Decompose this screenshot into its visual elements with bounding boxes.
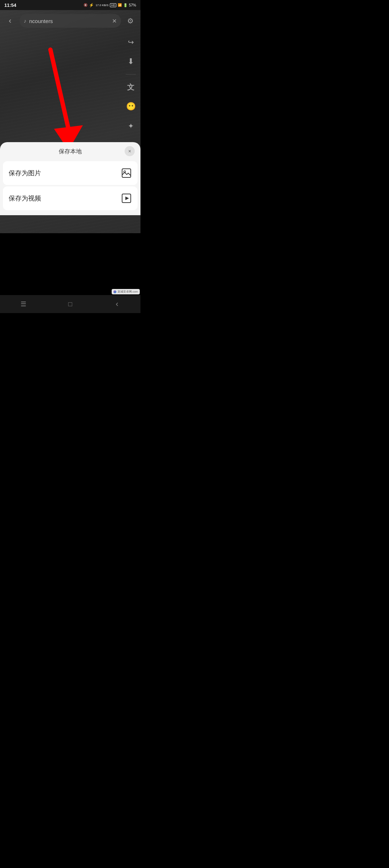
hd-badge: HD [110,3,116,7]
bottom-sheet: 保存本地 × 保存为图片 保存为视频 [0,142,140,215]
watermark-text: 龙城安卓网.com [117,290,138,294]
status-icons: 🔇 ⚡ 17.0 KB/S HD 📶 🔋 57% [84,3,136,8]
network-speed: 17.0 KB/S [95,4,108,7]
search-clear-button[interactable]: ✕ [112,18,117,24]
close-icon: × [128,148,131,154]
translate-button[interactable]: 文 [124,80,138,94]
download-button[interactable]: ⬇ [124,55,138,68]
watermark-logo [113,290,116,293]
nav-home-button[interactable]: □ [61,297,79,311]
status-bar: 11:54 🔇 ⚡ 17.0 KB/S HD 📶 🔋 57% [0,0,140,10]
search-query: ncounters [29,18,109,24]
share-icon: ↪ [128,38,134,46]
nav-back-button[interactable]: ‹ [108,297,126,311]
sticker-icon: 😶 [126,102,136,111]
share-button[interactable]: ↪ [124,35,138,49]
sidebar-divider [126,74,136,74]
bottom-sheet-title: 保存本地 [59,148,82,155]
back-button[interactable]: ‹ [4,14,17,27]
main-content: ‹ ♪ ncounters ✕ ⚙ ↪ ⬇ 文 😶 ✦ ✨ [0,10,140,233]
battery-level: 57% [129,3,136,7]
settings-button[interactable]: ⚙ [124,14,137,27]
sticker-button[interactable]: 😶 [124,100,138,113]
back-icon: ‹ [9,16,11,26]
menu-icon: ☰ [21,300,26,308]
ai-icon: ✦ [128,122,134,130]
nav-menu-button[interactable]: ☰ [14,297,32,311]
svg-rect-2 [122,169,131,177]
svg-line-0 [50,50,68,129]
watermark: 龙城安卓网.com [112,289,140,294]
top-bar: ‹ ♪ ncounters ✕ ⚙ [0,10,140,32]
home-icon: □ [68,300,72,308]
status-time: 11:54 [4,3,16,8]
svg-marker-5 [125,196,129,200]
music-icon: ♪ [24,18,26,24]
save-video-label: 保存为视频 [9,194,41,203]
ai-button[interactable]: ✦ [124,119,138,133]
save-image-label: 保存为图片 [9,169,41,177]
settings-icon: ⚙ [127,17,134,25]
mute-icon: 🔇 [84,3,88,7]
nav-bar: ☰ □ ‹ [0,295,140,313]
signal-icon: 📶 [118,3,122,7]
save-as-image-button[interactable]: 保存为图片 [3,161,138,185]
bottom-sheet-header: 保存本地 × [0,142,140,160]
bottom-sheet-close-button[interactable]: × [125,146,135,156]
translate-icon: 文 [127,82,134,92]
back-nav-icon: ‹ [116,299,118,309]
save-as-video-button[interactable]: 保存为视频 [3,186,138,210]
download-icon: ⬇ [128,57,134,66]
bluetooth-icon: ⚡ [89,3,94,8]
search-bar[interactable]: ♪ ncounters ✕ [19,14,121,28]
image-icon [121,168,132,178]
video-icon [121,193,132,204]
battery-icon: 🔋 [123,3,128,7]
